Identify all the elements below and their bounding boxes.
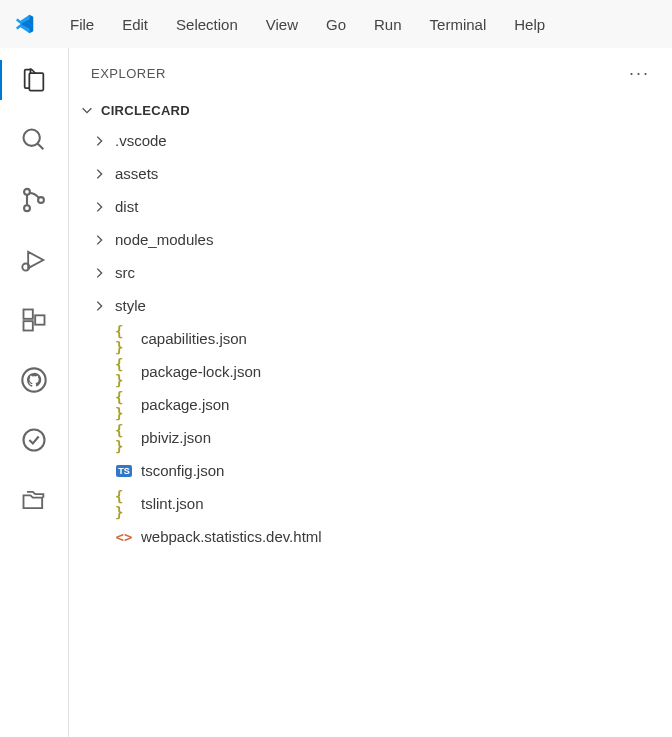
github-icon[interactable] [18, 364, 50, 396]
file-row[interactable]: { } package-lock.json [69, 355, 672, 388]
search-icon[interactable] [18, 124, 50, 156]
chevron-right-icon [91, 298, 107, 314]
file-row[interactable]: { } capabilities.json [69, 322, 672, 355]
chevron-right-icon [91, 199, 107, 215]
svg-point-4 [24, 205, 30, 211]
svg-point-3 [24, 189, 30, 195]
folder-row[interactable]: style [69, 289, 672, 322]
svg-rect-7 [24, 310, 33, 319]
json-file-icon: { } [115, 429, 133, 447]
svg-point-11 [24, 430, 45, 451]
folder-row[interactable]: .vscode [69, 124, 672, 157]
menu-selection[interactable]: Selection [164, 10, 250, 39]
svg-rect-8 [24, 321, 33, 330]
menu-view[interactable]: View [254, 10, 310, 39]
svg-rect-9 [35, 315, 44, 324]
explorer-icon[interactable] [18, 64, 50, 96]
folder-label: src [115, 264, 135, 281]
file-label: tsconfig.json [141, 462, 224, 479]
folder-row[interactable]: dist [69, 190, 672, 223]
folder-label: .vscode [115, 132, 167, 149]
task-complete-icon[interactable] [18, 424, 50, 456]
chevron-right-icon [91, 133, 107, 149]
svg-line-2 [38, 144, 44, 150]
svg-point-1 [24, 130, 40, 146]
project-section-header[interactable]: CIRCLECARD [69, 98, 672, 122]
file-tree: .vscode assets dist node_modules src sty… [69, 122, 672, 555]
typescript-file-icon: TS [115, 462, 133, 480]
run-debug-icon[interactable] [18, 244, 50, 276]
json-file-icon: { } [115, 396, 133, 414]
file-label: package.json [141, 396, 229, 413]
folder-row[interactable]: assets [69, 157, 672, 190]
file-row[interactable]: <> webpack.statistics.dev.html [69, 520, 672, 553]
folder-label: dist [115, 198, 138, 215]
vscode-logo-icon [14, 13, 36, 35]
folder-stack-icon[interactable] [18, 484, 50, 516]
folder-label: node_modules [115, 231, 213, 248]
file-row[interactable]: TS tsconfig.json [69, 454, 672, 487]
svg-point-10 [22, 368, 45, 391]
json-file-icon: { } [115, 495, 133, 513]
html-file-icon: <> [115, 528, 133, 546]
folder-row[interactable]: node_modules [69, 223, 672, 256]
file-label: capabilities.json [141, 330, 247, 347]
project-name: CIRCLECARD [101, 103, 190, 118]
file-row[interactable]: { } package.json [69, 388, 672, 421]
chevron-right-icon [91, 166, 107, 182]
menubar: File Edit Selection View Go Run Terminal… [0, 0, 672, 48]
sidebar: EXPLORER ··· CIRCLECARD .vscode assets d… [68, 48, 672, 737]
more-actions-icon[interactable]: ··· [629, 63, 650, 84]
file-label: tslint.json [141, 495, 204, 512]
extensions-icon[interactable] [18, 304, 50, 336]
svg-rect-0 [29, 73, 43, 91]
json-file-icon: { } [115, 330, 133, 348]
menu-edit[interactable]: Edit [110, 10, 160, 39]
sidebar-title: EXPLORER [91, 66, 166, 81]
file-row[interactable]: { } tslint.json [69, 487, 672, 520]
file-label: webpack.statistics.dev.html [141, 528, 322, 545]
folder-row[interactable]: src [69, 256, 672, 289]
menu-run[interactable]: Run [362, 10, 414, 39]
menu-go[interactable]: Go [314, 10, 358, 39]
folder-label: style [115, 297, 146, 314]
menu-help[interactable]: Help [502, 10, 557, 39]
menu-terminal[interactable]: Terminal [418, 10, 499, 39]
file-label: pbiviz.json [141, 429, 211, 446]
file-row[interactable]: { } pbiviz.json [69, 421, 672, 454]
svg-point-5 [38, 197, 44, 203]
activitybar [0, 48, 68, 737]
workspace: EXPLORER ··· CIRCLECARD .vscode assets d… [0, 48, 672, 737]
chevron-right-icon [91, 265, 107, 281]
json-file-icon: { } [115, 363, 133, 381]
folder-label: assets [115, 165, 158, 182]
sidebar-header: EXPLORER ··· [69, 48, 672, 98]
chevron-right-icon [91, 232, 107, 248]
chevron-down-icon [79, 102, 95, 118]
source-control-icon[interactable] [18, 184, 50, 216]
menu-file[interactable]: File [58, 10, 106, 39]
file-label: package-lock.json [141, 363, 261, 380]
